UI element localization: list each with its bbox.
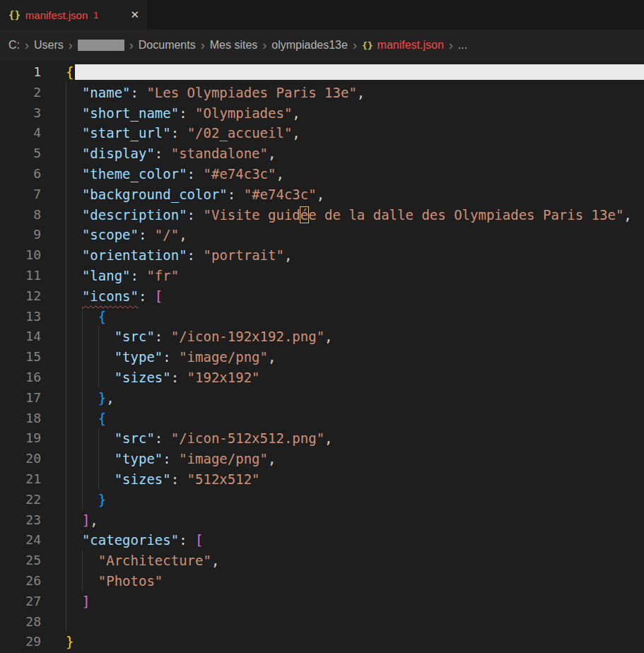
- tab-filename: manifest.json: [25, 9, 88, 21]
- code-line[interactable]: 9 "scope": "/",: [0, 225, 644, 245]
- line-number: 20: [0, 449, 41, 469]
- code-token: :: [131, 268, 147, 283]
- breadcrumb-username-redacted[interactable]: [78, 40, 124, 51]
- line-number: 1: [0, 62, 41, 83]
- line-number: 19: [0, 428, 41, 449]
- code-line[interactable]: 13 {: [0, 307, 644, 327]
- code-line[interactable]: 29}: [0, 632, 644, 652]
- breadcrumb-drive[interactable]: C:: [8, 39, 20, 52]
- code-line[interactable]: 8 "description": "Visite guidée de la da…: [0, 205, 644, 225]
- code-line[interactable]: 25 "Architecture",: [0, 551, 644, 571]
- code-token: "type": [115, 451, 163, 466]
- code-token: }: [98, 492, 106, 507]
- code-token: [66, 573, 98, 589]
- breadcrumb-olympiades13e[interactable]: olympiades13e: [271, 39, 348, 52]
- breadcrumb-label: olympiades13e: [271, 39, 348, 52]
- breadcrumb-label: Mes sites: [210, 39, 258, 52]
- breadcrumb-symbol-path[interactable]: ...: [458, 39, 467, 52]
- code-token: :: [163, 349, 179, 365]
- code-token: [66, 268, 82, 283]
- breadcrumb-users[interactable]: Users: [34, 39, 64, 52]
- code-token: [66, 146, 82, 161]
- code-line[interactable]: 6 "theme_color": "#e74c3c",: [0, 164, 644, 184]
- code-token: [66, 247, 82, 263]
- code-line[interactable]: 7 "background_color": "#e74c3c",: [0, 184, 644, 205]
- code-line[interactable]: 17 },: [0, 388, 644, 408]
- chevron-right-icon: ›: [129, 39, 134, 52]
- code-line[interactable]: 10 "orientation": "portrait",: [0, 245, 644, 266]
- code-line[interactable]: 18 {: [0, 408, 644, 429]
- code-token: {: [66, 64, 74, 80]
- line-number: 25: [0, 551, 41, 571]
- code-line[interactable]: 15 "type": "image/png",: [0, 347, 644, 367]
- json-file-icon: {}: [362, 40, 373, 51]
- code-line[interactable]: 21 "sizes": "512x512": [0, 469, 644, 490]
- unicode-highlight-char: é: [300, 207, 308, 223]
- code-token: "Les Olympiades Paris 13e": [146, 85, 356, 100]
- code-line[interactable]: 1{: [0, 62, 644, 83]
- code-line[interactable]: 22 }: [0, 490, 644, 510]
- code-line[interactable]: 4 "start_url": "/02_accueil",: [0, 123, 644, 143]
- chevron-right-icon: ›: [69, 39, 73, 52]
- code-line[interactable]: 2 "name": "Les Olympiades Paris 13e",: [0, 83, 644, 103]
- code-token: :: [139, 227, 155, 242]
- line-number: 11: [0, 266, 41, 286]
- code-line[interactable]: 16 "sizes": "192x192": [0, 367, 644, 388]
- code-token: :: [228, 187, 244, 202]
- code-token: "Photos": [98, 573, 163, 589]
- chevron-right-icon: ›: [25, 39, 29, 52]
- code-token: ,: [623, 207, 631, 223]
- code-token: [66, 553, 98, 568]
- code-token: [: [195, 532, 203, 548]
- code-line[interactable]: 26 "Photos": [0, 571, 644, 592]
- code-line[interactable]: 3 "short_name": "Olympiades",: [0, 103, 644, 124]
- code-token: "/icon-192x192.png": [171, 329, 324, 344]
- close-icon[interactable]: ✕: [130, 8, 139, 21]
- code-line[interactable]: 11 "lang": "fr": [0, 266, 644, 286]
- tab-manifest-json[interactable]: {} manifest.json 1 ✕: [0, 0, 148, 30]
- code-line[interactable]: 5 "display": "standalone",: [0, 143, 644, 164]
- code-line[interactable]: 28: [0, 612, 644, 633]
- code-token: :: [171, 370, 187, 385]
- editor[interactable]: 1{2 "name": "Les Olympiades Paris 13e",3…: [0, 61, 644, 653]
- code-token: [66, 207, 82, 223]
- code-token: ,: [90, 512, 98, 528]
- code-token: [66, 492, 98, 507]
- code-token: }: [98, 390, 106, 406]
- code-token: :: [155, 329, 171, 344]
- code-token: :: [187, 166, 204, 182]
- code-token: [66, 105, 82, 121]
- code-token: e de la dalle des Olympiades Paris 13e": [308, 207, 623, 223]
- code-token: "Visite guid: [204, 207, 300, 223]
- code-token: "192x192": [187, 370, 260, 385]
- code-token: ,: [179, 227, 187, 242]
- code-line[interactable]: 14 "src": "/icon-192x192.png",: [0, 326, 644, 347]
- line-number: 21: [0, 469, 41, 490]
- line-number: 6: [0, 164, 41, 184]
- code-line[interactable]: 27 ]: [0, 592, 644, 612]
- breadcrumb-mes-sites[interactable]: Mes sites: [210, 39, 258, 52]
- code-token: [66, 187, 82, 202]
- code-token: [66, 227, 82, 242]
- code-line[interactable]: 20 "type": "image/png",: [0, 449, 644, 469]
- line-number: 29: [0, 632, 41, 652]
- line-number: 5: [0, 143, 41, 164]
- code-line[interactable]: 23 ],: [0, 510, 644, 531]
- line-number: 4: [0, 123, 41, 143]
- code-token: :: [131, 85, 147, 100]
- breadcrumb-file[interactable]: {}manifest.json: [362, 39, 444, 52]
- code-token: :: [139, 288, 155, 304]
- line-number: 2: [0, 83, 41, 103]
- code-line[interactable]: 12 "icons": [: [0, 286, 644, 307]
- vscode-window: {} manifest.json 1 ✕ C:›Users››Documents…: [0, 0, 644, 653]
- code-line[interactable]: 24 "categories": [: [0, 530, 644, 551]
- code-token: :: [155, 146, 171, 161]
- code-token: ,: [292, 125, 300, 141]
- breadcrumb-documents[interactable]: Documents: [139, 39, 196, 52]
- code-token: [66, 288, 82, 304]
- code-token: ,: [324, 329, 332, 344]
- code-token: ,: [276, 166, 283, 182]
- line-highlight: [75, 64, 644, 80]
- code-line[interactable]: 19 "src": "/icon-512x512.png",: [0, 428, 644, 449]
- json-file-icon: {}: [8, 9, 21, 20]
